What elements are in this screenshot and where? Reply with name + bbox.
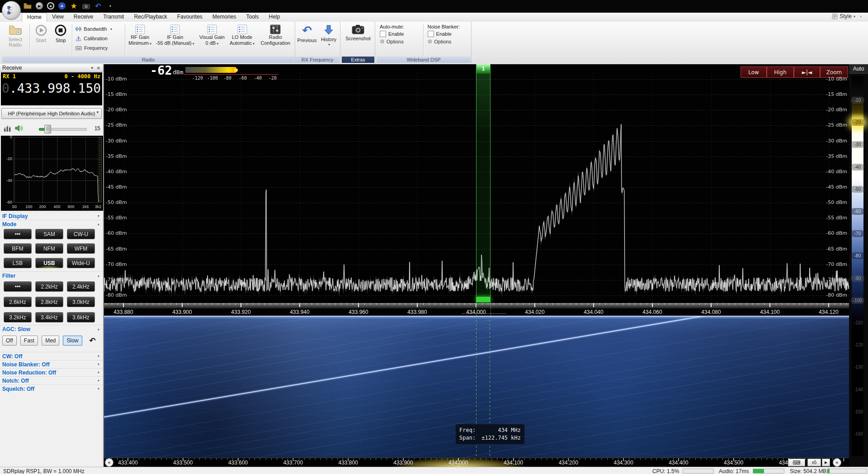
mode-button-cw-u[interactable]: CW-U	[67, 229, 95, 239]
filter-button-2.6khz[interactable]: 2.6kHz	[4, 297, 32, 307]
favourite-star-icon[interactable]: ★	[70, 2, 78, 10]
frequency-button[interactable]: Frequency	[74, 44, 123, 52]
rf-gain-button[interactable]: RF Gain Minimum▾	[127, 23, 154, 57]
noise-blanker-enable-checkbox[interactable]: Enable	[428, 31, 467, 37]
spectrum-button-center[interactable]: ►|◄	[794, 66, 820, 78]
navigator-frequency-label: 433.600	[222, 460, 254, 466]
mode-button-•••[interactable]: •••	[4, 229, 32, 239]
calibration-button[interactable]: Calibration	[74, 34, 123, 43]
device-caret-icon: ▾	[96, 110, 99, 114]
menu-tab-transmit[interactable]: Transmit	[98, 13, 129, 22]
frequency-navigator[interactable]: 433.400433.500433.600433.700433.800433.9…	[104, 458, 849, 467]
mode-button-bfm[interactable]: BFM	[4, 243, 32, 254]
receive-panel-header[interactable]: Receive ▾ ✕	[0, 64, 103, 72]
section-filter[interactable]: Filter▴	[0, 271, 103, 280]
stop-icon[interactable]: ■	[47, 2, 54, 9]
rx-frequency-display[interactable]: RX 1 0 - 4000 Hz 0.433.998.150	[1, 72, 102, 105]
ribbon-collapse-icon[interactable]: ▾	[860, 14, 862, 19]
mode-button-usb[interactable]: USB	[35, 258, 63, 268]
add-icon[interactable]: +	[58, 2, 66, 9]
audio-device-select[interactable]: HP (Périphérique High Definition Audio) …	[1, 108, 102, 119]
section-cw[interactable]: CW: Off▾	[0, 352, 103, 360]
zoom-step-caret-icon[interactable]: ▶	[822, 459, 830, 466]
filter-button-3.0khz[interactable]: 3.0kHz	[67, 297, 95, 307]
open-file-icon[interactable]	[24, 2, 32, 10]
tuning-marker-band[interactable]: 1	[476, 64, 491, 303]
menu-tab-favourites[interactable]: Favourites	[172, 13, 208, 22]
history-button[interactable]: History ▾	[318, 23, 339, 57]
filter-button-3.2khz[interactable]: 3.2kHz	[4, 312, 32, 322]
menu-tab-memories[interactable]: Memories	[208, 13, 241, 22]
menu-tab-view[interactable]: View	[47, 13, 69, 22]
tuning-marker-label[interactable]: 1	[476, 64, 490, 74]
color-scale-gradient[interactable]	[852, 76, 863, 456]
menu-tab-receive[interactable]: Receive	[69, 13, 98, 22]
filter-button-2.4khz[interactable]: 2.4kHz	[67, 281, 95, 292]
scroll-left-button[interactable]: «	[105, 458, 113, 467]
filter-button-3.4khz[interactable]: 3.4kHz	[35, 312, 63, 322]
agc-button-off[interactable]: Off	[2, 336, 17, 346]
equalizer-icon[interactable]	[4, 125, 11, 132]
section-squelch[interactable]: Squelch: Off▾	[0, 384, 103, 393]
menu-tab-tools[interactable]: Tools	[241, 13, 264, 22]
radio-configuration-button[interactable]: Radio Configuration	[257, 23, 294, 57]
if-gain-button[interactable]: IF Gain -55 dB (Manual)▾	[154, 23, 197, 57]
mode-button-lsb[interactable]: LSB	[4, 258, 32, 268]
screenshot-button[interactable]: Screenshot	[342, 23, 374, 57]
visual-gain-button[interactable]: Visual Gain 0 dB▾	[197, 23, 227, 57]
stop-button[interactable]: Stop	[51, 23, 71, 57]
gear-icon: ⚙	[380, 38, 385, 45]
spectrum-button-low[interactable]: Low	[741, 66, 767, 78]
bandwidth-button[interactable]: Bandwidth ▾	[74, 25, 123, 33]
agc-undo-icon[interactable]: ↶	[90, 336, 96, 345]
mode-button-wfm[interactable]: WFM	[67, 243, 95, 254]
undo-icon[interactable]: ↶	[94, 2, 102, 10]
noise-blanker-options-button[interactable]: ⚙Options	[428, 38, 467, 45]
mode-button-sam[interactable]: SAM	[35, 229, 63, 239]
section-mode[interactable]: Mode▴	[0, 220, 103, 228]
previous-button[interactable]: ↶ Previous	[296, 23, 318, 57]
speaker-icon[interactable]	[15, 124, 24, 132]
section-if-display[interactable]: IF Display▾	[0, 212, 103, 220]
filter-button-2.8khz[interactable]: 2.8kHz	[35, 297, 63, 307]
menu-tab-home[interactable]: Home	[22, 13, 47, 22]
section-notch[interactable]: Notch: Off▾	[0, 376, 103, 384]
waterfall-color-scale[interactable]: Auto -10-20-30-40-50-60-70-80-90-100-110…	[849, 64, 868, 467]
section-noise-reduction[interactable]: Noise Reduction: Off▾	[0, 368, 103, 376]
panel-close-icon[interactable]: ✕	[97, 64, 100, 72]
mode-button-nfm[interactable]: NFM	[35, 243, 63, 254]
agc-button-slow[interactable]: Slow	[63, 336, 82, 346]
filter-button-•••[interactable]: •••	[4, 281, 32, 292]
spectrum-button-high[interactable]: High	[767, 66, 794, 78]
mode-button-wide-u[interactable]: Wide-U	[67, 258, 95, 268]
volume-slider-handle[interactable]	[44, 125, 51, 133]
automute-enable-checkbox[interactable]: Enable	[380, 31, 419, 37]
auto-scale-button[interactable]: Auto	[849, 64, 868, 74]
navigator-frequency-label: 433.500	[167, 460, 199, 466]
section-noise-blanker[interactable]: Noise Blanker: Off▾	[0, 360, 103, 368]
menu-tab-rec-playback[interactable]: Rec/Playback	[129, 13, 172, 22]
select-radio-button[interactable]: Select Radio	[3, 23, 28, 57]
frequency-axis-bar[interactable]	[104, 303, 849, 308]
agc-button-fast[interactable]: Fast	[20, 336, 38, 346]
qat-more-icon[interactable]: ▾	[106, 2, 114, 10]
scroll-right-button[interactable]: »	[833, 458, 841, 467]
filter-button-3.6khz[interactable]: 3.6kHz	[67, 312, 95, 322]
automute-options-button[interactable]: ⚙Options	[380, 38, 419, 45]
camera-icon[interactable]	[82, 2, 90, 10]
filter-button-2.2khz[interactable]: 2.2kHz	[35, 281, 63, 292]
menu-tab-help[interactable]: Help	[264, 13, 285, 22]
play-icon[interactable]: ▶	[36, 2, 43, 9]
style-menu[interactable]: Style ▾ ▾	[832, 13, 862, 19]
agc-button-med[interactable]: Med	[42, 336, 59, 346]
panel-caret-icon[interactable]: ▾	[91, 64, 93, 72]
frequency-readout[interactable]: 0.433.998.150	[2, 81, 101, 96]
stop-label: Stop	[56, 38, 66, 43]
section-agc[interactable]: AGC: Slow▴	[0, 325, 103, 333]
start-button[interactable]: Start	[31, 23, 51, 57]
keyboard-entry-button[interactable]: ⌨	[788, 459, 805, 466]
zoom-step-button[interactable]: x5	[807, 459, 821, 466]
lo-mode-button[interactable]: LO Mode Automatic▾	[227, 23, 257, 57]
app-menu-button[interactable]	[2, 1, 21, 20]
receive-panel-title: Receive	[2, 65, 22, 71]
